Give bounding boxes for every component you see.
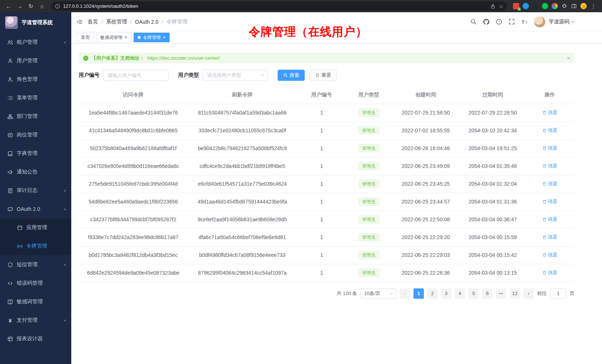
sidebar-item-dept[interactable]: 部门管理	[0, 107, 71, 126]
back-icon[interactable]: ←	[4, 1, 13, 11]
goto-page-input[interactable]	[550, 288, 566, 299]
breadcrumb-home[interactable]: 首页	[88, 19, 98, 25]
force-logout-button[interactable]: 强退	[542, 269, 557, 276]
page-button-3[interactable]: 3	[441, 288, 451, 299]
tenant-users-icon	[7, 40, 13, 45]
tag-view-bar: 首页 敏感词管理 × 令牌管理 ×	[71, 32, 602, 44]
user-type-select[interactable]: 请选择用户类型	[203, 70, 268, 81]
force-logout-button[interactable]: 强退	[542, 145, 557, 152]
search-button[interactable]: 搜索	[278, 70, 305, 81]
sidebar-item-user[interactable]: 用户管理	[0, 52, 71, 70]
home-icon[interactable]: ⌂	[37, 1, 47, 11]
doc-link[interactable]: https://doc.iocoder.cn/user-center/	[147, 55, 220, 61]
force-logout-button[interactable]: 强退	[542, 163, 557, 169]
force-logout-button[interactable]: 强退	[542, 216, 557, 223]
app-logo[interactable]: 芋道管理系统	[0, 12, 71, 33]
sidebar-item-app[interactable]: 应用管理	[0, 218, 71, 237]
header-tools: ? TT 芋道源码 ▾	[470, 16, 574, 27]
sidebar-item-report[interactable]: 报表设计器	[0, 330, 71, 348]
user-type-badge: 管理员	[359, 180, 379, 188]
trash-icon	[542, 182, 547, 186]
user-type-badge: 管理员	[359, 233, 379, 241]
alert-close-icon[interactable]: ×	[567, 55, 570, 61]
doc-alert: ✓ 【用户体系】文档地址： https://doc.iocoder.cn/use…	[79, 53, 575, 63]
user-menu[interactable]: 芋道源码 ▾	[534, 16, 574, 27]
prev-page-button[interactable]: ‹	[400, 288, 410, 299]
search-icon[interactable]	[470, 19, 477, 25]
user-id-input[interactable]	[103, 70, 169, 81]
token-table: 访问令牌 刷新令牌 用户编号 用户类型 创建时间 过期时间 操作 1ea5e44…	[79, 86, 575, 282]
close-icon[interactable]: ×	[125, 35, 127, 40]
extension-pinwheel-icon[interactable]	[552, 3, 558, 9]
user-type-badge: 管理员	[359, 215, 379, 224]
sidebar-item-oauth[interactable]: OAuth 2.0 ∧	[0, 200, 71, 218]
sidebar-item-token[interactable]: 令牌管理	[0, 237, 71, 255]
sidebar-item-pay[interactable]: ¥ 支付管理 ∨	[0, 311, 71, 330]
trash-icon	[542, 199, 547, 204]
force-logout-button[interactable]: 强退	[542, 252, 557, 258]
tab-home[interactable]: 首页	[77, 33, 94, 42]
trash-icon	[542, 146, 547, 150]
search-icon	[283, 73, 288, 77]
page-button-6[interactable]: 6	[482, 288, 493, 299]
extension-blue-icon[interactable]	[523, 3, 529, 9]
page-button-2[interactable]: 2	[427, 288, 438, 299]
sidebar-item-notice[interactable]: 通知公告	[0, 163, 71, 181]
sidebar-item-audit[interactable]: 审计日志 ∨	[0, 181, 71, 200]
next-page-button[interactable]: ›	[523, 288, 534, 299]
font-size-icon[interactable]: TT	[521, 19, 528, 25]
force-logout-button[interactable]: 强退	[542, 181, 557, 187]
site-info-icon[interactable]	[55, 4, 60, 9]
tab-sensitive-words[interactable]: 敏感词管理 ×	[96, 33, 131, 42]
sidebar-item-sms[interactable]: 短信管理 ∨	[0, 255, 71, 274]
github-icon[interactable]	[483, 19, 490, 25]
fullscreen-icon[interactable]	[508, 19, 515, 25]
force-logout-button[interactable]: 强退	[542, 109, 557, 116]
force-logout-button[interactable]: 强退	[542, 234, 557, 241]
force-logout-button[interactable]: 强退	[542, 198, 557, 205]
extension-green-icon[interactable]	[542, 3, 548, 9]
page-button-1[interactable]: 1	[413, 288, 424, 299]
breadcrumb-system[interactable]: 系统管理	[106, 19, 127, 25]
force-logout-button[interactable]: 强退	[542, 127, 557, 134]
extension-red-icon[interactable]: 0	[513, 3, 519, 9]
sidebar-collapse-icon[interactable]	[76, 19, 82, 25]
sidebar-item-menu[interactable]: 菜单管理	[0, 89, 71, 107]
page-button-12[interactable]: 12	[510, 288, 520, 299]
goto-suffix: 页	[570, 290, 575, 297]
col-actions: 操作	[525, 86, 575, 104]
profile-avatar-icon[interactable]: ☺	[580, 3, 587, 9]
page-button-4[interactable]: 4	[455, 288, 465, 299]
browser-menu-icon[interactable]: ⋮	[590, 1, 597, 11]
tab-token-manage[interactable]: 令牌管理 ×	[134, 33, 170, 42]
address-bar[interactable]: 127.0.0.1:1024/system/oauth2/token ☆	[51, 1, 507, 11]
pagination: 共 120 条 10条/页 ‹ 1 2 3 4 5 6 ••• 12 › 前往	[79, 288, 575, 299]
trash-icon	[542, 110, 547, 115]
page-size-select[interactable]: 10条/页	[360, 288, 396, 299]
oauth-chat-icon	[7, 206, 13, 212]
more-pages-button[interactable]: •••	[496, 288, 506, 299]
notice-megaphone-icon	[7, 169, 13, 175]
page-button-5[interactable]: 5	[468, 288, 479, 299]
sidebar-item-role[interactable]: 角色管理	[0, 70, 71, 89]
sidebar-item-sensitive[interactable]: 敏感词管理	[0, 292, 71, 311]
sidebar-item-errcode[interactable]: 错误码管理	[0, 274, 71, 292]
close-icon[interactable]: ×	[163, 35, 166, 40]
share-icon[interactable]	[490, 4, 495, 9]
col-user-id: 用户编号	[297, 86, 347, 104]
sidebar-item-tenant[interactable]: 租户管理 ∨	[0, 33, 71, 52]
side-panel-icon[interactable]	[571, 3, 577, 9]
forward-icon[interactable]: →	[15, 1, 24, 11]
bookmark-star-icon[interactable]: ☆	[498, 3, 503, 9]
screen: ← → ↻ ⌂ 127.0.0.1:1024/system/oauth2/tok…	[0, 0, 602, 364]
extensions-puzzle-icon[interactable]	[561, 3, 567, 9]
sidebar-item-post[interactable]: 岗位管理	[0, 126, 71, 144]
reset-button[interactable]: 重置	[310, 70, 337, 81]
reload-icon[interactable]: ↻	[26, 1, 36, 11]
sidebar-item-dict[interactable]: 字典管理	[0, 144, 71, 163]
user-type-badge: 管理员	[359, 126, 379, 135]
extension-dark-icon[interactable]	[532, 3, 539, 9]
token-broadcast-icon	[17, 244, 23, 249]
breadcrumb-oauth[interactable]: OAuth 2.0	[135, 19, 158, 25]
help-icon[interactable]: ?	[496, 19, 502, 25]
